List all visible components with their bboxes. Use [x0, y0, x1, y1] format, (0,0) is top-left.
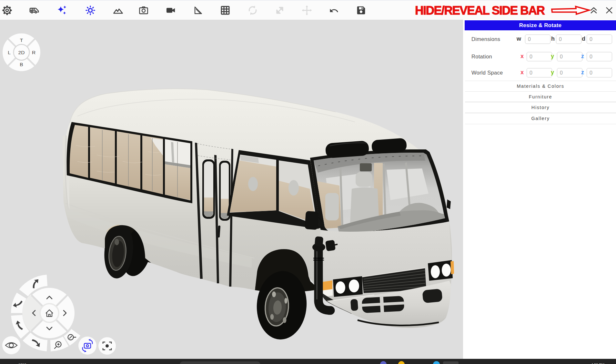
svg-text:R: R: [32, 50, 35, 55]
svg-text:L: L: [8, 50, 11, 55]
svg-text:2D: 2D: [18, 50, 25, 55]
svg-text:B: B: [20, 62, 23, 67]
svg-text:T: T: [20, 37, 23, 43]
